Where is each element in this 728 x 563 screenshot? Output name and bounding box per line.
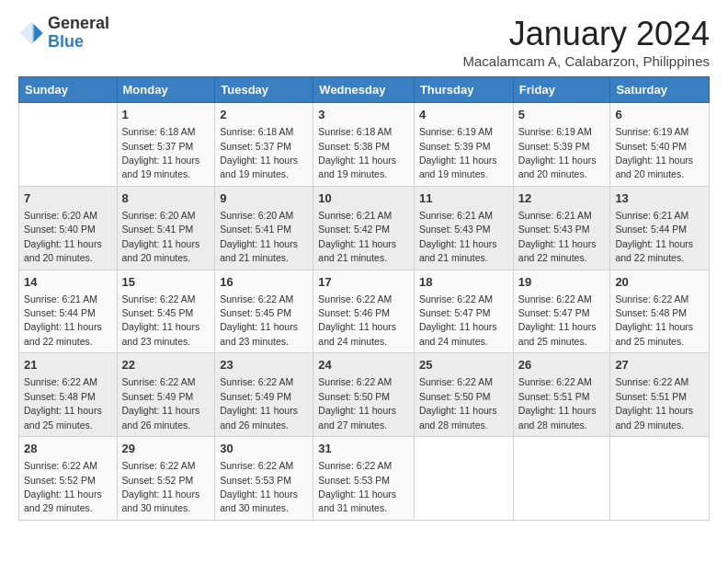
calendar-cell: 27Sunrise: 6:22 AM Sunset: 5:51 PM Dayli…: [610, 353, 710, 437]
day-info: Sunrise: 6:18 AM Sunset: 5:37 PM Dayligh…: [122, 126, 200, 179]
day-info: Sunrise: 6:22 AM Sunset: 5:50 PM Dayligh…: [419, 376, 497, 430]
day-number: 28: [24, 441, 112, 457]
day-info: Sunrise: 6:22 AM Sunset: 5:47 PM Dayligh…: [518, 293, 597, 347]
calendar-cell: 30Sunrise: 6:22 AM Sunset: 5:53 PM Dayli…: [215, 437, 313, 521]
calendar-week-row: 1Sunrise: 6:18 AM Sunset: 5:37 PM Daylig…: [19, 103, 710, 187]
calendar-cell: 4Sunrise: 6:19 AM Sunset: 5:39 PM Daylig…: [414, 103, 513, 187]
calendar-cell: 1Sunrise: 6:18 AM Sunset: 5:37 PM Daylig…: [117, 103, 215, 187]
day-info: Sunrise: 6:22 AM Sunset: 5:51 PM Dayligh…: [518, 376, 597, 430]
calendar-cell: 22Sunrise: 6:22 AM Sunset: 5:49 PM Dayli…: [117, 353, 215, 437]
location-subtitle: Macalamcam A, Calabarzon, Philippines: [463, 53, 710, 69]
day-info: Sunrise: 6:21 AM Sunset: 5:43 PM Dayligh…: [419, 210, 497, 263]
calendar-cell: 6Sunrise: 6:19 AM Sunset: 5:40 PM Daylig…: [610, 103, 710, 187]
day-info: Sunrise: 6:22 AM Sunset: 5:53 PM Dayligh…: [318, 460, 396, 513]
day-info: Sunrise: 6:21 AM Sunset: 5:44 PM Dayligh…: [24, 293, 102, 347]
day-info: Sunrise: 6:22 AM Sunset: 5:52 PM Dayligh…: [122, 460, 200, 513]
day-info: Sunrise: 6:22 AM Sunset: 5:45 PM Dayligh…: [122, 293, 200, 347]
calendar-cell: [414, 437, 513, 521]
calendar-cell: 17Sunrise: 6:22 AM Sunset: 5:46 PM Dayli…: [313, 270, 415, 353]
calendar-cell: 5Sunrise: 6:19 AM Sunset: 5:39 PM Daylig…: [513, 103, 610, 187]
day-header-sunday: Sunday: [19, 77, 118, 103]
calendar-cell: 3Sunrise: 6:18 AM Sunset: 5:38 PM Daylig…: [313, 103, 415, 187]
calendar-cell: 31Sunrise: 6:22 AM Sunset: 5:53 PM Dayli…: [313, 437, 415, 521]
day-info: Sunrise: 6:20 AM Sunset: 5:40 PM Dayligh…: [24, 210, 102, 263]
day-number: 29: [122, 441, 210, 457]
day-header-thursday: Thursday: [414, 77, 513, 103]
calendar-cell: [513, 437, 610, 521]
calendar-week-row: 21Sunrise: 6:22 AM Sunset: 5:48 PM Dayli…: [19, 353, 710, 437]
calendar-cell: [610, 437, 710, 521]
calendar-cell: 7Sunrise: 6:20 AM Sunset: 5:40 PM Daylig…: [19, 186, 118, 270]
calendar-cell: 23Sunrise: 6:22 AM Sunset: 5:49 PM Dayli…: [215, 353, 313, 437]
day-info: Sunrise: 6:20 AM Sunset: 5:41 PM Dayligh…: [122, 210, 200, 263]
day-number: 26: [518, 357, 606, 373]
calendar-cell: 14Sunrise: 6:21 AM Sunset: 5:44 PM Dayli…: [19, 270, 118, 353]
title-area: January 2024 Macalamcam A, Calabarzon, P…: [463, 15, 710, 69]
day-info: Sunrise: 6:21 AM Sunset: 5:42 PM Dayligh…: [318, 210, 396, 263]
day-number: 31: [318, 441, 409, 457]
day-info: Sunrise: 6:22 AM Sunset: 5:48 PM Dayligh…: [24, 376, 102, 430]
logo-text: General Blue: [48, 15, 109, 52]
day-info: Sunrise: 6:22 AM Sunset: 5:50 PM Dayligh…: [318, 376, 396, 430]
day-info: Sunrise: 6:19 AM Sunset: 5:39 PM Dayligh…: [518, 126, 597, 179]
header: General Blue January 2024 Macalamcam A, …: [18, 15, 710, 69]
calendar-week-row: 14Sunrise: 6:21 AM Sunset: 5:44 PM Dayli…: [19, 270, 710, 353]
calendar-table: SundayMondayTuesdayWednesdayThursdayFrid…: [18, 76, 710, 521]
day-number: 5: [518, 107, 606, 123]
calendar-cell: 19Sunrise: 6:22 AM Sunset: 5:47 PM Dayli…: [513, 270, 610, 353]
day-number: 11: [419, 190, 508, 207]
day-info: Sunrise: 6:22 AM Sunset: 5:47 PM Dayligh…: [419, 293, 497, 347]
day-header-wednesday: Wednesday: [313, 77, 415, 103]
logo-general: General: [48, 15, 109, 33]
day-info: Sunrise: 6:21 AM Sunset: 5:44 PM Dayligh…: [615, 210, 693, 263]
logo-blue: Blue: [48, 33, 109, 52]
day-number: 24: [318, 357, 409, 373]
day-number: 27: [615, 357, 704, 373]
calendar-cell: 25Sunrise: 6:22 AM Sunset: 5:50 PM Dayli…: [414, 353, 513, 437]
day-number: 19: [518, 274, 606, 291]
calendar-week-row: 7Sunrise: 6:20 AM Sunset: 5:40 PM Daylig…: [19, 186, 710, 270]
day-info: Sunrise: 6:22 AM Sunset: 5:53 PM Dayligh…: [220, 460, 298, 513]
day-info: Sunrise: 6:22 AM Sunset: 5:51 PM Dayligh…: [615, 376, 693, 430]
calendar-cell: 24Sunrise: 6:22 AM Sunset: 5:50 PM Dayli…: [313, 353, 415, 437]
calendar-cell: 20Sunrise: 6:22 AM Sunset: 5:48 PM Dayli…: [610, 270, 710, 353]
day-number: 2: [220, 107, 308, 123]
calendar-cell: 16Sunrise: 6:22 AM Sunset: 5:45 PM Dayli…: [215, 270, 313, 353]
calendar-cell: 11Sunrise: 6:21 AM Sunset: 5:43 PM Dayli…: [414, 186, 513, 270]
day-number: 1: [122, 107, 210, 123]
day-info: Sunrise: 6:19 AM Sunset: 5:39 PM Dayligh…: [419, 126, 497, 179]
day-number: 12: [518, 190, 606, 207]
day-number: 7: [24, 190, 112, 207]
day-info: Sunrise: 6:22 AM Sunset: 5:48 PM Dayligh…: [615, 293, 693, 347]
day-number: 25: [419, 357, 508, 373]
day-info: Sunrise: 6:21 AM Sunset: 5:43 PM Dayligh…: [518, 210, 597, 263]
calendar-cell: 8Sunrise: 6:20 AM Sunset: 5:41 PM Daylig…: [117, 186, 215, 270]
day-info: Sunrise: 6:22 AM Sunset: 5:49 PM Dayligh…: [122, 376, 200, 430]
calendar-cell: 18Sunrise: 6:22 AM Sunset: 5:47 PM Dayli…: [414, 270, 513, 353]
calendar-header-row: SundayMondayTuesdayWednesdayThursdayFrid…: [19, 77, 710, 103]
logo-icon: [18, 20, 44, 46]
calendar-cell: 12Sunrise: 6:21 AM Sunset: 5:43 PM Dayli…: [513, 186, 610, 270]
calendar-cell: 15Sunrise: 6:22 AM Sunset: 5:45 PM Dayli…: [117, 270, 215, 353]
day-info: Sunrise: 6:18 AM Sunset: 5:37 PM Dayligh…: [220, 126, 298, 179]
day-header-tuesday: Tuesday: [215, 77, 313, 103]
day-number: 22: [122, 357, 210, 373]
day-info: Sunrise: 6:20 AM Sunset: 5:41 PM Dayligh…: [220, 210, 298, 263]
day-number: 20: [615, 274, 704, 291]
calendar-cell: 10Sunrise: 6:21 AM Sunset: 5:42 PM Dayli…: [313, 186, 415, 270]
day-header-monday: Monday: [117, 77, 215, 103]
day-number: 16: [220, 274, 308, 291]
calendar-week-row: 28Sunrise: 6:22 AM Sunset: 5:52 PM Dayli…: [19, 437, 710, 521]
calendar-cell: 2Sunrise: 6:18 AM Sunset: 5:37 PM Daylig…: [215, 103, 313, 187]
calendar-cell: [19, 103, 118, 187]
day-info: Sunrise: 6:22 AM Sunset: 5:45 PM Dayligh…: [220, 293, 298, 347]
day-number: 6: [615, 107, 704, 123]
day-number: 17: [318, 274, 409, 291]
day-header-friday: Friday: [513, 77, 610, 103]
day-number: 13: [615, 190, 704, 207]
day-header-saturday: Saturday: [610, 77, 710, 103]
calendar-cell: 13Sunrise: 6:21 AM Sunset: 5:44 PM Dayli…: [610, 186, 710, 270]
day-number: 9: [220, 190, 308, 207]
calendar-cell: 9Sunrise: 6:20 AM Sunset: 5:41 PM Daylig…: [215, 186, 313, 270]
calendar-cell: 28Sunrise: 6:22 AM Sunset: 5:52 PM Dayli…: [19, 437, 118, 521]
